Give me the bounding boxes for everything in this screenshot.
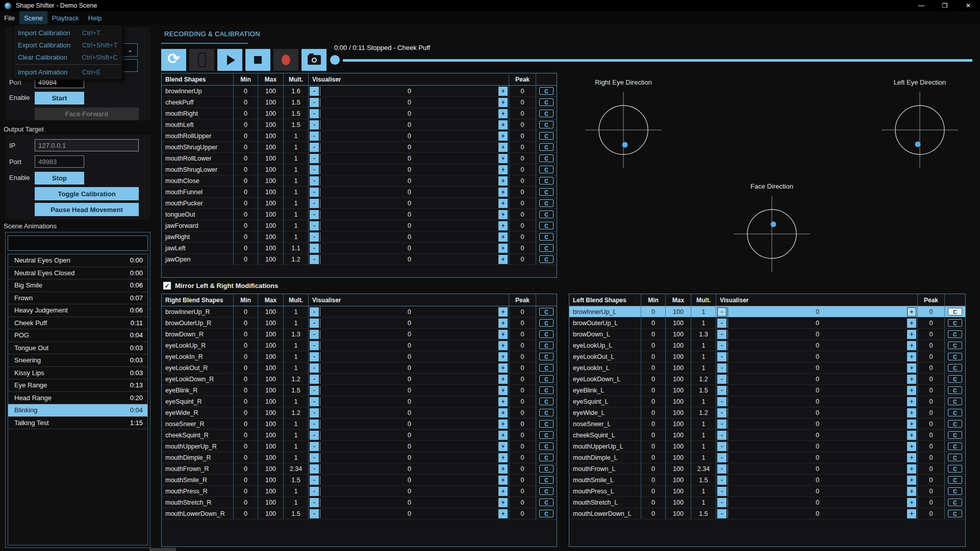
increase-button[interactable]: + (498, 120, 508, 129)
table-row[interactable]: mouthShrugUpper01001-0+0C (162, 142, 557, 153)
table-row[interactable]: noseSneer_R01001-0+0C (162, 418, 557, 430)
table-row[interactable]: eyeLookUp_R01001-0+0C (162, 340, 557, 351)
calibrate-button[interactable]: C (948, 465, 962, 473)
calibrate-button[interactable]: C (539, 211, 554, 218)
decrease-button[interactable]: - (310, 397, 319, 406)
increase-button[interactable]: + (498, 232, 508, 242)
calibrate-button[interactable]: C (539, 132, 554, 140)
calibrate-button[interactable]: C (539, 330, 554, 338)
decrease-button[interactable]: - (717, 487, 726, 496)
table-row[interactable]: mouthFrown_L01002.34-0+0C (569, 463, 965, 475)
table-row[interactable]: eyeWide_R01001.2-0+0C (162, 407, 557, 418)
calibrate-button[interactable]: C (539, 87, 554, 95)
table-row[interactable]: mouthStretch_R01001-0+0C (162, 497, 557, 508)
increase-button[interactable]: + (907, 386, 916, 395)
start-button[interactable]: Start (35, 92, 84, 104)
snapshot-button[interactable] (301, 49, 326, 71)
stop-button[interactable] (245, 49, 270, 71)
menu-item-clear-calibration[interactable]: Clear CalibrationCtrl+Shift+C (13, 51, 122, 63)
menu-item-import-animation[interactable]: Import AnimationCtrl+E (13, 66, 122, 78)
calibrate-button[interactable]: C (539, 409, 554, 416)
calibrate-button[interactable]: C (539, 233, 554, 241)
calibrate-button[interactable]: C (539, 487, 554, 495)
table-row[interactable]: jawOpen01001.2-0+0C (162, 254, 557, 265)
increase-button[interactable]: + (498, 132, 508, 141)
table-row[interactable]: mouthSmile_L01001.5-0+0C (569, 475, 965, 486)
mirror-checkbox[interactable]: ✓ (163, 282, 171, 290)
calibrate-button[interactable]: C (948, 308, 962, 316)
table-row[interactable]: mouthRollLower01001-0+0C (162, 153, 557, 164)
calibrate-button[interactable]: C (539, 420, 554, 428)
increase-button[interactable]: + (907, 363, 916, 373)
animation-list-item[interactable]: Cheek Puff0:11 (8, 317, 147, 330)
increase-button[interactable]: + (907, 453, 916, 462)
increase-button[interactable]: + (498, 453, 508, 462)
table-row[interactable]: noseSneer_L01001-0+0C (569, 418, 965, 430)
decrease-button[interactable]: - (717, 431, 726, 440)
increase-button[interactable]: + (498, 176, 508, 186)
calibrate-button[interactable]: C (948, 420, 962, 428)
decrease-button[interactable]: - (310, 232, 319, 242)
decrease-button[interactable]: - (310, 386, 319, 395)
decrease-button[interactable]: - (717, 464, 726, 474)
increase-button[interactable]: + (498, 210, 508, 219)
decrease-button[interactable]: - (717, 476, 726, 485)
calibrate-button[interactable]: C (948, 375, 962, 383)
restore-button[interactable]: ❐ (933, 0, 957, 11)
increase-button[interactable]: + (907, 487, 916, 496)
decrease-button[interactable]: - (310, 442, 319, 451)
increase-button[interactable]: + (498, 87, 508, 96)
increase-button[interactable]: + (907, 464, 916, 474)
decrease-button[interactable]: - (310, 98, 319, 107)
decrease-button[interactable]: - (310, 464, 319, 474)
decrease-button[interactable]: - (717, 375, 726, 384)
pause-head-movement-button[interactable]: Pause Head Movement (35, 203, 139, 216)
decrease-button[interactable]: - (310, 221, 319, 230)
table-row[interactable]: eyeLookIn_L01001-0+0C (569, 362, 965, 374)
table-row[interactable]: eyeLookOut_L01001-0+0C (569, 351, 965, 362)
decrease-button[interactable]: - (310, 375, 319, 384)
increase-button[interactable]: + (498, 408, 508, 417)
table-row[interactable]: browDown_R01001.3-0+0C (162, 329, 557, 340)
calibrate-button[interactable]: C (539, 454, 554, 461)
table-row[interactable]: mouthPress_L01001-0+0C (569, 486, 965, 497)
calibrate-button[interactable]: C (539, 510, 554, 517)
increase-button[interactable]: + (498, 431, 508, 440)
menu-playback[interactable]: Playback (47, 11, 84, 24)
calibrate-button[interactable]: C (539, 110, 554, 117)
increase-button[interactable]: + (498, 352, 508, 361)
decrease-button[interactable]: - (717, 419, 726, 429)
record-button[interactable] (273, 49, 298, 71)
table-row[interactable]: mouthSmile_R01001.5-0+0C (162, 475, 557, 486)
calibrate-button[interactable]: C (948, 487, 962, 495)
decrease-button[interactable]: - (310, 210, 319, 219)
table-row[interactable]: mouthUpperUp_L01001-0+0C (569, 441, 965, 452)
decrease-button[interactable]: - (717, 363, 726, 373)
increase-button[interactable]: + (907, 352, 916, 361)
decrease-button[interactable]: - (310, 487, 319, 496)
decrease-button[interactable]: - (310, 199, 319, 208)
decrease-button[interactable]: - (310, 244, 319, 253)
animation-list-item[interactable]: Head Range0:20 (8, 392, 147, 405)
increase-button[interactable]: + (498, 442, 508, 451)
table-row[interactable]: mouthPress_R01001-0+0C (162, 486, 557, 497)
table-row[interactable]: mouthLeft01001.5-0+0C (162, 119, 557, 130)
decrease-button[interactable]: - (717, 319, 726, 328)
increase-button[interactable]: + (498, 509, 508, 518)
increase-button[interactable]: + (498, 386, 508, 395)
decrease-button[interactable]: - (310, 87, 319, 96)
calibrate-button[interactable]: C (948, 386, 962, 394)
calibrate-button[interactable]: C (539, 154, 554, 162)
increase-button[interactable]: + (907, 375, 916, 384)
increase-button[interactable]: + (498, 221, 508, 230)
calibrate-button[interactable]: C (539, 166, 554, 173)
calibrate-button[interactable]: C (539, 364, 554, 372)
refresh-button[interactable]: ⟳ (161, 49, 186, 71)
table-row[interactable]: browInnerUp01001.6-0+0C (162, 86, 557, 97)
increase-button[interactable]: + (907, 341, 916, 350)
calibrate-button[interactable]: C (948, 319, 962, 327)
increase-button[interactable]: + (498, 154, 508, 163)
stop-output-button[interactable]: Stop (35, 172, 84, 185)
table-row[interactable]: cheekSquint_L01001-0+0C (569, 430, 965, 441)
increase-button[interactable]: + (907, 442, 916, 451)
